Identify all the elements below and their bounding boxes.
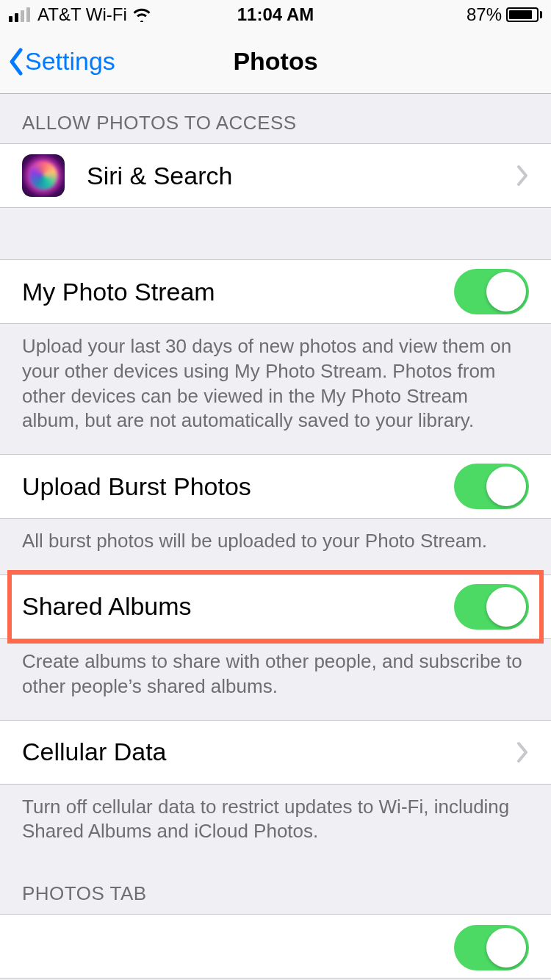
carrier-label: AT&T Wi-Fi (35, 4, 127, 25)
cell-peek (0, 914, 551, 979)
battery-icon (506, 7, 542, 22)
spacer (0, 208, 551, 259)
chevron-left-icon (7, 47, 25, 76)
toggle-my-photo-stream[interactable] (454, 269, 529, 314)
status-right: 87% (467, 4, 542, 25)
cell-siri-search-label: Siri & Search (87, 162, 504, 190)
chevron-right-icon (516, 165, 529, 187)
cell-my-photo-stream-label: My Photo Stream (22, 278, 454, 306)
cell-siri-search[interactable]: Siri & Search (0, 143, 551, 208)
footer-upload-burst: All burst photos will be uploaded to you… (0, 519, 551, 574)
nav-bar: Settings Photos (0, 29, 551, 94)
chevron-right-icon (516, 741, 529, 763)
toggle-peek[interactable] (454, 925, 529, 970)
back-button[interactable]: Settings (7, 47, 115, 76)
cellular-signal-icon (9, 7, 30, 22)
cell-shared-albums-label: Shared Albums (22, 592, 454, 621)
cell-my-photo-stream: My Photo Stream (0, 259, 551, 324)
toggle-shared-albums[interactable] (454, 584, 529, 630)
siri-icon (22, 154, 65, 197)
section-header-photos-tab: PHOTOS TAB (0, 865, 551, 914)
toggle-upload-burst[interactable] (454, 464, 529, 509)
section-header-access: ALLOW PHOTOS TO ACCESS (0, 94, 551, 143)
cell-shared-albums: Shared Albums (0, 574, 551, 639)
battery-percent-label: 87% (467, 4, 502, 25)
status-bar: AT&T Wi-Fi 11:04 AM 87% (0, 0, 551, 29)
footer-cellular-data: Turn off cellular data to restrict updat… (0, 785, 551, 865)
cell-upload-burst: Upload Burst Photos (0, 454, 551, 519)
wifi-icon (132, 7, 152, 22)
status-left: AT&T Wi-Fi (9, 4, 152, 25)
footer-my-photo-stream: Upload your last 30 days of new photos a… (0, 324, 551, 454)
highlight-shared-albums: Shared Albums (0, 574, 551, 639)
footer-shared-albums: Create albums to share with other people… (0, 639, 551, 720)
cell-cellular-data-label: Cellular Data (22, 738, 504, 766)
back-label: Settings (25, 47, 115, 76)
cell-cellular-data[interactable]: Cellular Data (0, 720, 551, 785)
cell-upload-burst-label: Upload Burst Photos (22, 472, 454, 501)
